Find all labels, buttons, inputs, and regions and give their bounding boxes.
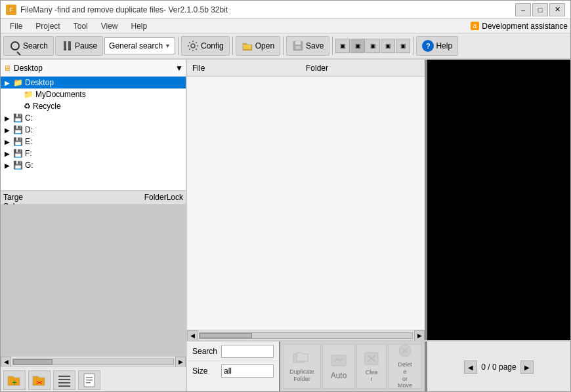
- delete-move-button[interactable]: DeleteorMove: [388, 344, 422, 389]
- preview-panel: [426, 60, 570, 340]
- next-page-button[interactable]: ▶: [520, 361, 534, 374]
- tree-item-label: Desktop: [25, 78, 54, 87]
- target-header: Targe Folder Lock Sub: [1, 191, 186, 205]
- delete-move-label: DeleteorMove: [398, 361, 412, 389]
- bottom-area: Search Size DuplicateFolder: [187, 340, 570, 392]
- auto-button[interactable]: Auto: [322, 344, 355, 389]
- minimize-button[interactable]: –: [515, 3, 531, 16]
- file-col-file: File: [192, 64, 306, 73]
- tree-item-mydocuments[interactable]: 📁 MyDocuments: [1, 88, 186, 100]
- expand-icon[interactable]: ▶: [3, 127, 11, 134]
- scroll-right-button[interactable]: ▶: [175, 357, 186, 367]
- maximize-button[interactable]: □: [532, 3, 548, 16]
- help-button[interactable]: ? Help: [416, 36, 458, 56]
- tree-item-label: G:: [25, 161, 33, 170]
- expand-icon[interactable]: ▶: [3, 138, 11, 146]
- view-btn-1[interactable]: ▣: [335, 39, 350, 53]
- duplicate-folder-label: DuplicateFolder: [289, 368, 314, 383]
- toolbar: Search Pause General search ▼ Config Ope…: [1, 33, 570, 60]
- menu-bar: File Project Tool View Help a Developmen…: [1, 19, 570, 33]
- menu-view[interactable]: View: [95, 20, 125, 32]
- file-col-folder: Folder: [306, 64, 419, 73]
- auto-label: Auto: [331, 371, 347, 380]
- expand-icon[interactable]: ▶: [3, 162, 11, 169]
- file-list-body[interactable]: [187, 77, 425, 330]
- view-btn-3[interactable]: ▣: [366, 39, 380, 53]
- menu-project[interactable]: Project: [29, 20, 66, 32]
- search-input[interactable]: [221, 345, 274, 358]
- add-folder-button[interactable]: +: [3, 370, 26, 390]
- save-label: Save: [306, 41, 324, 50]
- file-scrollbar-thumb[interactable]: [200, 333, 252, 338]
- size-label: Size: [192, 366, 216, 376]
- tree-item-d[interactable]: ▶ 💾 D:: [1, 124, 186, 136]
- app-icon: F: [6, 5, 16, 15]
- folder-icon: 📁: [24, 90, 33, 99]
- help-label: Help: [436, 41, 452, 50]
- duplicate-folder-button[interactable]: DuplicateFolder: [283, 344, 321, 389]
- view-btn-5[interactable]: ▣: [396, 39, 410, 53]
- scrollbar-track[interactable]: [12, 359, 174, 365]
- tree-item-f[interactable]: ▶ 💾 F:: [1, 147, 186, 159]
- duplicate-folder-icon: [293, 351, 311, 367]
- open-folder-icon: [242, 40, 253, 52]
- tree-item-e[interactable]: ▶ 💾 E:: [1, 136, 186, 147]
- separator: [332, 37, 333, 55]
- search-type-dropdown[interactable]: General search ▼: [104, 37, 175, 54]
- search-button[interactable]: Search: [3, 36, 54, 56]
- pause-icon: [61, 40, 73, 52]
- folder-bar-label: Desktop: [14, 64, 173, 73]
- scrollbar-thumb[interactable]: [13, 359, 53, 364]
- tree-item-c[interactable]: ▶ 💾 C:: [1, 112, 186, 124]
- list-view-button[interactable]: [53, 370, 75, 390]
- help-icon: ?: [422, 40, 434, 52]
- menu-tool[interactable]: Tool: [67, 20, 95, 32]
- menu-help[interactable]: Help: [125, 20, 154, 32]
- separator: [232, 37, 233, 55]
- close-button[interactable]: ✕: [549, 3, 565, 16]
- file-list-scrollbar: ◀ ▶: [187, 330, 425, 340]
- save-button[interactable]: Save: [286, 36, 329, 56]
- menu-file[interactable]: File: [3, 20, 29, 32]
- view-buttons: ▣ ▣ ▣ ▣ ▣: [335, 39, 410, 53]
- view-btn-2[interactable]: ▣: [350, 39, 365, 53]
- file-list-header: File Folder: [187, 60, 425, 77]
- folder-bar-dropdown[interactable]: ▼: [175, 64, 183, 73]
- doc-view-button[interactable]: [78, 370, 100, 390]
- tree-item-recycle[interactable]: ♻ Recycle: [1, 100, 186, 112]
- config-button[interactable]: Config: [181, 36, 230, 56]
- drive-icon: 💾: [13, 113, 23, 123]
- pause-button[interactable]: Pause: [55, 36, 103, 56]
- size-input[interactable]: [221, 364, 274, 378]
- scroll-left-file[interactable]: ◀: [187, 330, 198, 341]
- open-button[interactable]: Open: [236, 36, 280, 56]
- expand-icon[interactable]: ▶: [3, 115, 11, 122]
- clear-button[interactable]: Clear: [356, 344, 387, 389]
- left-scrollbar: ◀ ▶: [1, 356, 186, 366]
- svg-rect-3: [295, 46, 301, 49]
- tree-item-g[interactable]: ▶ 💾 G:: [1, 159, 186, 171]
- app-title: FileMany -find and remove duplicate file…: [20, 5, 228, 14]
- left-bottom-toolbar: + ✂: [1, 366, 186, 392]
- search-label: Search: [23, 41, 48, 50]
- separator: [283, 37, 284, 55]
- svg-point-0: [191, 44, 195, 48]
- scroll-right-file[interactable]: ▶: [414, 330, 425, 341]
- title-bar-left: F FileMany -find and remove duplicate fi…: [6, 5, 228, 15]
- expand-icon[interactable]: ▶: [3, 150, 11, 157]
- prev-page-button[interactable]: ◀: [464, 361, 477, 374]
- file-scrollbar-track[interactable]: [199, 332, 413, 339]
- svg-rect-12: [86, 380, 93, 381]
- amazon-icon: a: [471, 22, 480, 30]
- action-panel: DuplicateFolder Auto Clear: [280, 342, 426, 392]
- target-col-lock: Lock: [167, 193, 183, 202]
- view-btn-4[interactable]: ▣: [381, 39, 395, 53]
- tree-item-desktop[interactable]: ▶ 📁 Desktop: [1, 77, 186, 88]
- svg-text:+: +: [12, 378, 16, 387]
- scroll-left-button[interactable]: ◀: [1, 357, 11, 367]
- remove-folder-button[interactable]: ✂: [28, 370, 51, 390]
- expand-icon[interactable]: ▶: [3, 79, 11, 87]
- recycle-icon: ♻: [24, 102, 31, 111]
- tree-item-label: MyDocuments: [35, 90, 86, 99]
- drive-icon: 💾: [13, 161, 23, 170]
